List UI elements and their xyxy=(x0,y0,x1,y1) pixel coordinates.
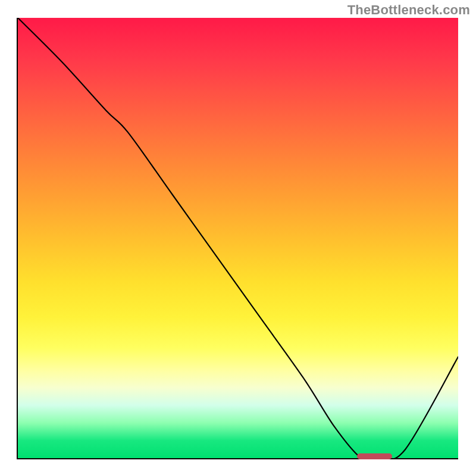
watermark-text: TheBottleneck.com xyxy=(347,2,470,18)
optimal-range-marker xyxy=(357,453,392,459)
x-axis xyxy=(17,458,458,459)
bottleneck-chart: TheBottleneck.com xyxy=(0,0,476,476)
y-axis xyxy=(17,18,18,459)
plot-gradient-background xyxy=(18,18,458,458)
